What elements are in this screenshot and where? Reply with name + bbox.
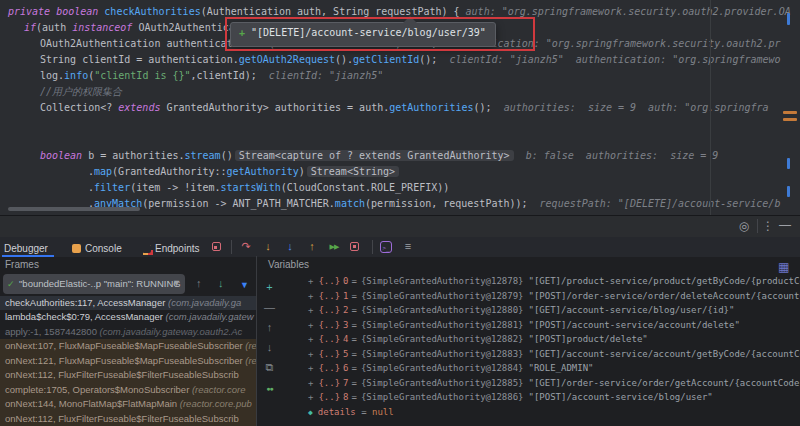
expand-icon[interactable]: + [308,320,313,330]
object-icon: {..} [318,363,340,373]
frame-up-icon[interactable]: ↑ [196,276,202,290]
code-line: //用户的权限集合 [0,84,800,100]
tab-console[interactable]: Console [72,239,122,257]
move-down-icon[interactable]: ↓ [262,340,277,355]
expand-icon[interactable]: + [308,392,313,402]
object-icon: {..} [318,276,340,286]
remove-watch-icon[interactable]: — [262,300,277,315]
step-over-icon[interactable]: ↷ [238,239,254,255]
run-to-cursor-icon[interactable]: ▶▶ [326,239,342,255]
variables-panel-title: Variables [268,259,309,270]
variable-row[interactable]: +{..}2={SimpleGrantedAuthority@12880}"[G… [282,303,800,318]
expand-icon[interactable]: + [308,363,313,373]
variable-row[interactable]: +{..}5={SimpleGrantedAuthority@12883}"[G… [282,347,800,362]
endpoints-icon [142,244,151,253]
panel-splitter[interactable] [256,256,257,426]
variable-row[interactable]: +{..}6={SimpleGrantedAuthority@12884}"RO… [282,361,800,376]
expand-icon[interactable]: + [308,349,313,359]
frame-row[interactable]: onNext:112, FluxFilterFuseable$FilterFus… [0,412,256,426]
error-stripe-mark [783,118,797,121]
object-icon: {..} [318,378,340,388]
error-stripe-mark [787,186,790,197]
step-out-icon[interactable]: ↑ [304,239,320,255]
frame-row[interactable]: onNext:112, FluxFilterFuseable$FilterFus… [0,368,256,383]
thread-status-icon: ✓ [7,274,15,294]
mute-breakpoints-icon[interactable]: ◎ [736,219,752,233]
expand-icon[interactable]: + [308,276,313,286]
code-line: .filter(item -> !item.startsWith(CloudCo… [0,180,800,196]
variable-row[interactable]: +{..}7={SimpleGrantedAuthority@12885}"[G… [282,376,800,391]
expand-icon[interactable]: + [308,378,313,388]
variable-row[interactable]: +{..}0={SimpleGrantedAuthority@12878}"[G… [282,274,800,289]
hard-wrap-guide [710,0,711,215]
filter-icon[interactable]: ▼ [240,278,249,292]
frame-row[interactable]: onNext:121, FluxMapFuseable$MapFuseableS… [0,354,256,369]
expand-icon[interactable]: + [308,305,313,315]
code-line: log.info("clientId is {}",clientId); cli… [0,68,800,84]
object-icon: {..} [318,392,340,402]
header-top-row: ◎ ⋮ — [0,216,800,237]
layout-settings-icon[interactable]: ≡ [400,239,416,255]
frame-row[interactable]: checkAuthorities:117, AccessManager (com… [0,296,256,311]
console-icon [72,244,81,253]
force-step-into-icon[interactable]: ↓ [282,239,298,255]
code-line: Collection<? extends GrantedAuthority> a… [0,100,800,116]
variable-row-details[interactable]: ◆details = null [282,405,800,420]
code-line [0,132,800,148]
debug-toolwindow-header: ◎ ⋮ — Debugger Console Endpoints ↷↓↓↑▶▶ … [0,215,800,256]
hide-panel-icon[interactable]: — [776,218,794,232]
expand-icon[interactable]: + [308,291,313,301]
frame-down-icon[interactable]: ↓ [218,276,224,290]
variable-row[interactable]: +{..}4={SimpleGrantedAuthority@12882}"[P… [282,332,800,347]
variables-panel: +{..}0={SimpleGrantedAuthority@12878}"[G… [282,272,800,426]
variable-row[interactable]: +{..}1={SimpleGrantedAuthority@12879}"[P… [282,289,800,304]
more-options-icon[interactable]: ⋮ [762,219,774,233]
error-stripe-mark [787,158,790,169]
tab-endpoints[interactable]: Endpoints [142,239,199,257]
frames-panel: ✓ "boundedElastic-..p "main": RUNNING ▼ … [0,272,256,426]
code-line: .map(GrantedAuthority::getAuthority)Stre… [0,164,800,180]
variables-toolbar-strip: +—↑↓⧉●● [258,272,281,426]
code-editor[interactable]: private boolean checkAuthorities(Authent… [0,0,800,215]
tag-icon: ◆ [308,408,313,417]
object-icon: {..} [318,320,340,330]
move-up-icon[interactable]: ↑ [262,320,277,335]
red-annotation-rectangle [225,17,535,51]
object-icon: {..} [318,349,340,359]
code-line: String clientId = authentication.getOAut… [0,52,800,68]
code-line: boolean b = authorities.stream()Stream<c… [0,148,800,164]
duplicate-icon[interactable]: ⧉ [262,360,277,375]
code-line [0,116,800,132]
step-into-icon[interactable]: ↓ [260,239,276,255]
reset-frame-icon[interactable] [350,242,359,251]
frame-row[interactable]: complete:1705, Operators$MonoSubscriber … [0,383,256,398]
header-tab-row: Debugger Console Endpoints ↷↓↓↑▶▶ >_ ≡ ▦ [0,237,800,257]
debug-console-icon[interactable]: >_ [380,241,392,253]
object-icon: {..} [318,305,340,315]
error-stripe-mark [783,111,797,114]
error-stripe-mark [787,13,790,25]
object-icon: {..} [318,334,340,344]
frames-panel-title: Frames [5,259,39,270]
thread-selector-dropdown[interactable]: ✓ "boundedElastic-..p "main": RUNNING ▼ [3,274,185,294]
frame-row[interactable]: onNext:107, FluxMapFuseable$MapFuseableS… [0,339,256,354]
frame-row[interactable]: onNext:144, MonoFlatMap$FlatMapMain (rea… [0,397,256,412]
frame-row[interactable]: apply:-1, 1587442800 (com.javadaily.gate… [0,325,256,340]
active-tab-underline [2,255,54,257]
watches-icon[interactable]: ●● [262,381,277,396]
variable-row[interactable]: +{..}8={SimpleGrantedAuthority@12886}"[P… [282,390,800,405]
add-watch-icon[interactable]: + [262,280,277,295]
variable-row[interactable]: +{..}3={SimpleGrantedAuthority@12881}"[P… [282,318,800,333]
expand-icon[interactable]: + [308,334,313,344]
chevron-down-icon: ▼ [172,274,181,293]
frame-row[interactable]: lambda$check$0:79, AccessManager (com.ja… [0,310,256,325]
restore-layout-icon[interactable] [212,242,221,251]
object-icon: {..} [318,291,340,301]
horizontal-scrollbar[interactable] [8,207,140,211]
